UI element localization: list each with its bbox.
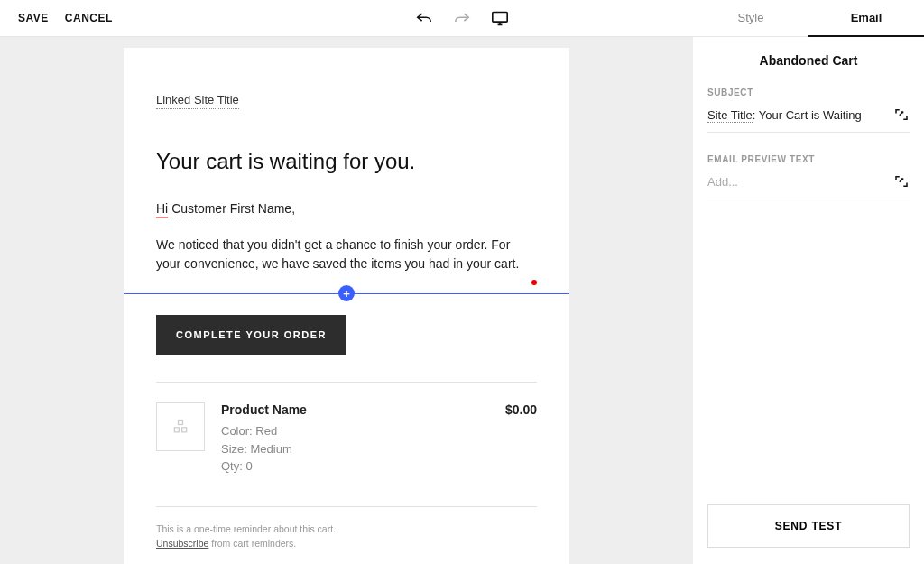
product-price: $0.00: [505, 402, 537, 417]
email-headline[interactable]: Your cart is waiting for you.: [156, 149, 537, 174]
toolbar-left: SAVE CANCEL: [18, 12, 113, 24]
tab-style[interactable]: Style: [693, 0, 808, 37]
subject-field[interactable]: Site Title: Your Cart is Waiting: [707, 106, 910, 133]
tabs-container: Style Email: [693, 0, 924, 37]
complete-order-button[interactable]: COMPLETE YOUR ORDER: [156, 315, 346, 355]
customer-name-token[interactable]: Customer First Name: [171, 201, 291, 217]
divider-2: [156, 506, 537, 507]
email-greeting[interactable]: Hi Customer First Name,: [156, 201, 537, 216]
cancel-button[interactable]: CANCEL: [65, 12, 113, 24]
svg-rect-1: [179, 421, 183, 425]
subject-label: SUBJECT: [707, 88, 910, 97]
email-paragraph[interactable]: We noticed that you didn't get a chance …: [156, 236, 535, 273]
color-label: Color:: [221, 424, 255, 438]
linked-site-title[interactable]: Linked Site Title: [156, 93, 239, 109]
subject-site-title-token[interactable]: Site Title: [707, 108, 753, 123]
main-area: Linked Site Title Your cart is waiting f…: [0, 37, 924, 564]
product-info: Product Name Color: Red Size: Medium Qty…: [221, 402, 489, 476]
product-name: Product Name: [221, 402, 489, 417]
preview-text-field[interactable]: [707, 173, 910, 199]
divider: [156, 382, 537, 383]
product-row: Product Name Color: Red Size: Medium Qty…: [156, 402, 537, 476]
color-value: Red: [255, 424, 277, 438]
send-test-button[interactable]: SEND TEST: [707, 504, 910, 548]
greeting-comma: ,: [291, 201, 295, 216]
size-value: Medium: [251, 442, 292, 456]
save-button[interactable]: SAVE: [18, 12, 49, 24]
subject-text: Site Title: Your Cart is Waiting: [707, 108, 862, 122]
email-canvas: Linked Site Title Your cart is waiting f…: [0, 37, 693, 564]
subject-rest: : Your Cart is Waiting: [753, 108, 862, 122]
undo-icon[interactable]: [414, 8, 434, 28]
email-footer: This is a one-time reminder about this c…: [156, 522, 537, 552]
add-block-button[interactable]: +: [338, 285, 355, 301]
toolbar-center: [414, 8, 510, 28]
top-toolbar: SAVE CANCEL Style Email: [0, 0, 924, 37]
svg-rect-2: [174, 428, 179, 432]
svg-rect-0: [493, 12, 507, 22]
product-meta: Color: Red Size: Medium Qty: 0: [221, 422, 489, 476]
preview-text-label: EMAIL PREVIEW TEXT: [707, 154, 910, 164]
unsubscribe-link[interactable]: Unsubscribe: [156, 538, 208, 549]
qty-value: 0: [245, 459, 252, 473]
qty-label: Qty:: [221, 459, 245, 473]
footer-rest: from cart reminders.: [208, 538, 296, 549]
tab-email[interactable]: Email: [808, 0, 924, 37]
insert-variable-icon[interactable]: [893, 106, 910, 123]
redo-icon: [452, 8, 472, 28]
panel-title: Abandoned Cart: [707, 53, 910, 68]
svg-rect-3: [182, 428, 187, 432]
size-label: Size:: [221, 442, 251, 456]
email-card: Linked Site Title Your cart is waiting f…: [124, 48, 569, 564]
product-placeholder-icon: [156, 402, 205, 451]
email-settings-panel: Abandoned Cart SUBJECT Site Title: Your …: [693, 37, 924, 564]
insert-variable-icon[interactable]: [893, 173, 910, 190]
desktop-preview-icon[interactable]: [490, 8, 510, 28]
preview-text-input[interactable]: [707, 175, 870, 189]
caret-indicator-icon: [531, 280, 537, 285]
footer-line1: This is a one-time reminder about this c…: [156, 522, 537, 537]
greeting-hi: Hi: [156, 201, 168, 218]
